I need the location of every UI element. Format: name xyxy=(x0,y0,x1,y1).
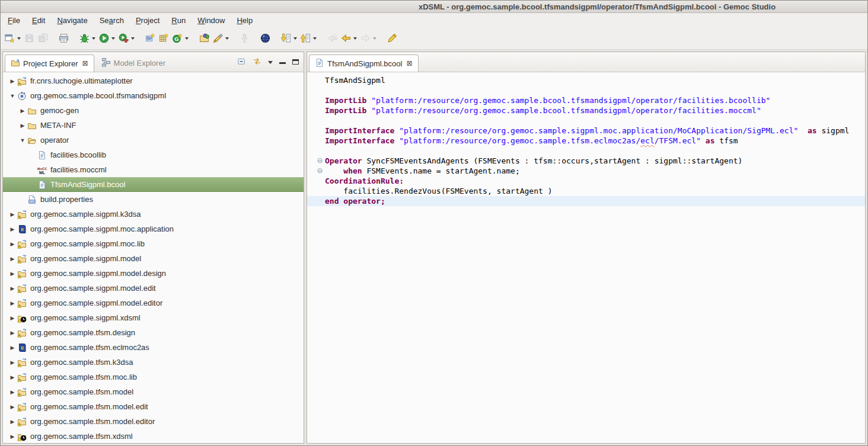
project-explorer-view: Project Explorer ⊠ Model Explorer ▶fr.cn… xyxy=(2,52,304,444)
tab-project-explorer[interactable]: Project Explorer ⊠ xyxy=(5,54,94,72)
tree-item[interactable]: ▶org.gemoc.sample.sigpml.k3dsa xyxy=(3,207,304,222)
close-icon[interactable]: ⊠ xyxy=(406,60,412,67)
new-wizard-button[interactable] xyxy=(4,31,22,45)
tree-item[interactable]: ▶fr.cnrs.luchogie.ultimateplotter xyxy=(3,73,304,88)
expand-arrow-icon[interactable]: ▶ xyxy=(8,419,17,425)
tab-editor-file[interactable]: TfsmAndSigpml.bcool ⊠ xyxy=(309,54,419,72)
expand-arrow-icon[interactable]: ▶ xyxy=(8,315,17,321)
expand-arrow-icon[interactable]: ▶ xyxy=(8,374,17,380)
menu-navigate[interactable]: Navigate xyxy=(51,14,93,27)
run-button[interactable] xyxy=(98,31,116,45)
expand-arrow-icon[interactable]: ▶ xyxy=(8,360,17,365)
maximize-icon[interactable] xyxy=(292,59,299,65)
tree-item-label: org.gemoc.sample.sigpml.xdsml xyxy=(30,313,141,322)
tree-item-label: build.properties xyxy=(40,195,93,204)
tree-item[interactable]: facilities.bcoollib xyxy=(3,147,304,162)
expand-arrow-icon[interactable]: ▶ xyxy=(8,285,17,291)
dropdown-arrow-icon[interactable] xyxy=(225,37,229,40)
tree-item[interactable]: ▼org.gemoc.sample.bcool.tfsmandsigpml xyxy=(3,88,304,103)
format-button[interactable] xyxy=(212,31,230,45)
menu-edit[interactable]: Edit xyxy=(26,14,51,27)
load-model-button[interactable] xyxy=(198,31,210,45)
expand-arrow-icon[interactable]: ▶ xyxy=(8,345,17,351)
expand-arrow-icon[interactable]: ▶ xyxy=(18,108,27,114)
tree-item[interactable]: MoCCMLfacilities.moccml xyxy=(3,162,304,177)
back-button[interactable] xyxy=(340,31,358,45)
tree-item[interactable]: ▶org.gemoc.sample.tfsm.k3dsa xyxy=(3,355,304,370)
code-editor[interactable]: TfsmAndSigpmlImportLib "platform:/resour… xyxy=(307,72,865,443)
expand-arrow-icon[interactable]: ▶ xyxy=(8,434,17,439)
expand-arrow-icon[interactable]: ▶ xyxy=(8,300,17,306)
expand-arrow-icon[interactable]: ▶ xyxy=(8,271,17,277)
menu-search[interactable]: Search xyxy=(94,14,130,27)
code-line xyxy=(307,85,865,95)
dropdown-arrow-icon[interactable] xyxy=(293,37,297,40)
tab-model-explorer[interactable]: Model Explorer xyxy=(96,54,171,72)
dropdown-arrow-icon[interactable] xyxy=(353,37,357,40)
dropdown-arrow-icon[interactable] xyxy=(111,37,115,40)
expand-arrow-icon[interactable]: ▶ xyxy=(8,78,17,84)
dropdown-arrow-icon[interactable] xyxy=(17,37,21,40)
dropdown-arrow-icon[interactable] xyxy=(92,37,95,40)
tree-item[interactable]: ▶org.gemoc.sample.sigpml.model.edit xyxy=(3,281,304,296)
expand-arrow-icon[interactable]: ▶ xyxy=(8,330,17,336)
collapse-arrow-icon[interactable]: ▼ xyxy=(8,93,17,99)
menu-file[interactable]: File xyxy=(2,14,26,27)
tree-item[interactable]: ▶org.gemoc.sample.sigpml.model xyxy=(3,251,304,266)
next-annotation-button[interactable] xyxy=(280,31,298,45)
expand-arrow-icon[interactable]: ▶ xyxy=(8,404,17,410)
collapse-all-icon[interactable] xyxy=(237,57,246,66)
tree-item[interactable]: ▶org.gemoc.sample.tfsm.model.editor xyxy=(3,414,304,429)
open-web-browser-button[interactable] xyxy=(259,31,272,45)
menu-window[interactable]: Window xyxy=(192,14,231,27)
close-icon[interactable]: ⊠ xyxy=(82,60,88,67)
tree-item[interactable]: ▶org.gemoc.sample.tfsm.model xyxy=(3,384,304,399)
expand-arrow-icon[interactable]: ▶ xyxy=(8,226,17,232)
print-button[interactable] xyxy=(58,31,70,45)
new-gemoc-project-button[interactable]: G xyxy=(171,31,190,45)
tree-item[interactable]: ▶org.gemoc.sample.tfsm.moc.lib xyxy=(3,370,304,384)
mark-occurrences-button[interactable] xyxy=(386,31,398,45)
tree-item[interactable]: 010build.properties xyxy=(3,192,304,207)
new-grid-diagram-button[interactable] xyxy=(158,31,170,45)
expand-arrow-icon[interactable]: ▶ xyxy=(8,389,17,395)
annotation-ruler xyxy=(307,146,315,156)
annotation-ruler xyxy=(307,95,315,105)
run-last-launch-button[interactable] xyxy=(117,31,136,45)
expand-arrow-icon[interactable]: ▶ xyxy=(8,256,17,262)
expand-arrow-icon[interactable]: ▶ xyxy=(8,211,17,217)
dropdown-arrow-icon[interactable] xyxy=(185,37,189,40)
minimize-icon[interactable] xyxy=(279,60,286,64)
window-titlebar[interactable]: xDSML - org.gemoc.sample.bcool.tfsmandsi… xyxy=(1,1,867,13)
tree-item[interactable]: ▶META-INF xyxy=(3,118,304,133)
tree-item[interactable]: TfsmAndSigpml.bcool xyxy=(3,177,304,192)
tree-item[interactable]: ▼operator xyxy=(3,133,304,147)
tree-item[interactable]: ▶org.gemoc.sample.tfsm.model.edit xyxy=(3,399,304,414)
debug-button[interactable] xyxy=(78,31,97,45)
menu-run[interactable]: Run xyxy=(165,14,192,27)
tree-item[interactable]: ▶org.gemoc.sample.tfsm.xdsml xyxy=(3,429,304,443)
fold-collapse-icon[interactable]: ⊖ xyxy=(315,166,325,176)
menu-project[interactable]: Project xyxy=(130,14,165,27)
fold-margin xyxy=(315,146,325,156)
tree-item[interactable]: ▶org.gemoc.sample.sigpml.xdsml xyxy=(3,310,304,325)
collapse-arrow-icon[interactable]: ▼ xyxy=(18,137,27,143)
dropdown-arrow-icon[interactable] xyxy=(313,37,317,40)
tree-item[interactable]: ▶gemoc-gen xyxy=(3,103,304,118)
tree-item[interactable]: ▶Eorg.gemoc.sample.tfsm.eclmoc2as xyxy=(3,340,304,355)
previous-annotation-button[interactable] xyxy=(299,31,318,45)
fold-collapse-icon[interactable]: ⊖ xyxy=(315,156,325,166)
tree-item[interactable]: ▶org.gemoc.sample.tfsm.design xyxy=(3,325,304,340)
tree-item-label: org.gemoc.sample.sigpml.moc.application xyxy=(30,224,174,233)
tree-item[interactable]: ▶org.gemoc.sample.sigpml.moc.lib xyxy=(3,236,304,251)
new-graphiti-diagram-button[interactable]: Gr xyxy=(144,31,157,45)
tree-item[interactable]: ▶org.gemoc.sample.sigpml.model.design xyxy=(3,266,304,281)
expand-arrow-icon[interactable]: ▶ xyxy=(8,241,17,247)
expand-arrow-icon[interactable]: ▶ xyxy=(18,123,27,129)
tree-item[interactable]: ▶org.gemoc.sample.sigpml.model.editor xyxy=(3,296,304,310)
menu-help[interactable]: Help xyxy=(231,14,259,27)
tree-item[interactable]: ▶Eorg.gemoc.sample.sigpml.moc.applicatio… xyxy=(3,222,304,236)
dropdown-arrow-icon[interactable] xyxy=(131,37,135,40)
view-menu-icon[interactable] xyxy=(268,61,273,64)
link-with-editor-icon[interactable] xyxy=(253,57,261,66)
